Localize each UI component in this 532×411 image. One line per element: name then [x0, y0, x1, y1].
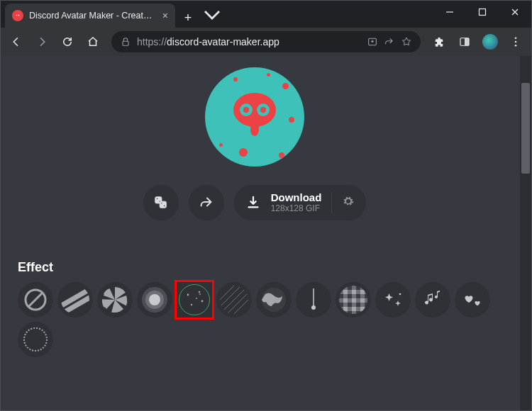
bookmark-star-icon[interactable]	[401, 36, 412, 47]
effect-music-notes[interactable]	[415, 282, 450, 317]
effect-pendulum[interactable]	[296, 282, 331, 317]
svg-point-22	[160, 203, 162, 204]
svg-rect-19	[160, 201, 166, 208]
effect-scratch[interactable]	[216, 282, 252, 317]
minimize-button[interactable]	[433, 1, 466, 23]
action-bar: Download 128x128 GIF	[143, 185, 367, 220]
section-title: Effect	[18, 260, 492, 275]
svg-line-26	[28, 293, 43, 307]
discord-favicon	[12, 10, 23, 21]
forward-button[interactable]	[31, 30, 53, 53]
svg-text:×: ×	[199, 292, 201, 296]
svg-point-47	[311, 305, 316, 310]
scrollbar-thumb[interactable]	[521, 83, 530, 174]
svg-point-33	[187, 294, 189, 296]
svg-point-21	[159, 201, 160, 202]
scrollbar[interactable]	[520, 56, 531, 410]
svg-point-66	[24, 328, 47, 351]
effect-grid: ×	[18, 282, 492, 357]
new-tab-button[interactable]: +	[178, 8, 198, 28]
download-size: 128x128 GIF	[271, 204, 322, 213]
svg-point-34	[199, 291, 200, 293]
download-label: Download	[271, 192, 322, 204]
browser-toolbar: https://discord-avatar-maker.app	[1, 28, 531, 56]
svg-point-65	[399, 293, 401, 295]
page-viewport: Download 128x128 GIF Effect	[1, 56, 531, 410]
effect-stripes[interactable]	[57, 282, 93, 317]
share-icon[interactable]	[384, 36, 395, 47]
window-controls	[433, 1, 531, 23]
address-bar[interactable]: https://discord-avatar-maker.app	[111, 31, 421, 52]
svg-rect-60	[352, 298, 356, 303]
svg-rect-56	[343, 290, 348, 294]
randomize-button[interactable]	[143, 185, 179, 220]
svg-point-35	[201, 300, 204, 303]
effect-section: Effect ×	[1, 220, 509, 357]
lock-icon	[120, 36, 131, 47]
close-tab-icon[interactable]: ×	[162, 10, 168, 21]
chrome-menu-button[interactable]	[504, 30, 527, 53]
svg-rect-58	[360, 290, 365, 294]
svg-point-17	[250, 123, 259, 136]
home-button[interactable]	[82, 30, 104, 53]
profile-avatar[interactable]	[479, 30, 501, 53]
avatar-preview	[205, 67, 304, 167]
svg-point-37	[196, 298, 197, 299]
effect-none[interactable]	[18, 282, 53, 317]
download-button[interactable]: Download 128x128 GIF	[234, 185, 367, 220]
tab-title: Discord Avatar Maker - Create yo	[29, 11, 157, 21]
svg-rect-59	[343, 298, 348, 303]
tab-strip: Discord Avatar Maker - Create yo × +	[1, 1, 198, 28]
svg-point-11	[515, 45, 517, 47]
svg-point-20	[156, 198, 157, 199]
side-panel-button[interactable]	[453, 30, 476, 53]
reload-button[interactable]	[56, 30, 79, 53]
svg-point-10	[515, 41, 517, 43]
svg-line-41	[220, 286, 248, 314]
svg-point-23	[163, 205, 165, 206]
download-icon	[245, 195, 261, 210]
download-settings-button[interactable]	[342, 195, 355, 210]
avatar-face-icon	[219, 81, 290, 152]
effect-globe[interactable]	[256, 282, 292, 317]
browser-tab[interactable]: Discord Avatar Maker - Create yo ×	[5, 4, 175, 28]
divider	[331, 192, 332, 213]
effect-sparkle-dots[interactable]: ×	[177, 282, 212, 317]
svg-rect-62	[343, 307, 348, 311]
back-button[interactable]	[5, 30, 28, 53]
tab-search-button[interactable]	[198, 1, 226, 29]
svg-rect-57	[352, 290, 356, 294]
svg-rect-63	[352, 307, 356, 311]
effect-sparkle-stars[interactable]	[375, 282, 411, 317]
svg-point-9	[515, 37, 517, 39]
svg-rect-61	[360, 298, 365, 303]
effect-segments[interactable]	[97, 282, 133, 317]
svg-rect-64	[360, 307, 365, 311]
svg-rect-4	[123, 41, 128, 45]
svg-rect-1	[480, 9, 486, 16]
effect-plaid[interactable]	[336, 282, 371, 317]
maximize-button[interactable]	[466, 1, 499, 23]
svg-point-36	[191, 304, 192, 305]
svg-point-32	[149, 294, 160, 305]
svg-rect-8	[465, 38, 469, 46]
svg-point-16	[260, 107, 266, 113]
svg-point-15	[243, 107, 249, 113]
share-button[interactable]	[189, 185, 224, 220]
avatar-preview-area: Download 128x128 GIF	[1, 56, 509, 220]
effect-hearts[interactable]	[455, 282, 490, 317]
effect-radial[interactable]	[137, 282, 172, 317]
url-text: https://discord-avatar-maker.app	[137, 36, 279, 47]
extensions-button[interactable]	[428, 30, 450, 53]
effect-stamp[interactable]	[18, 322, 53, 357]
close-window-button[interactable]	[499, 1, 531, 23]
install-app-icon[interactable]	[367, 36, 378, 47]
browser-titlebar: Discord Avatar Maker - Create yo × +	[1, 1, 531, 28]
